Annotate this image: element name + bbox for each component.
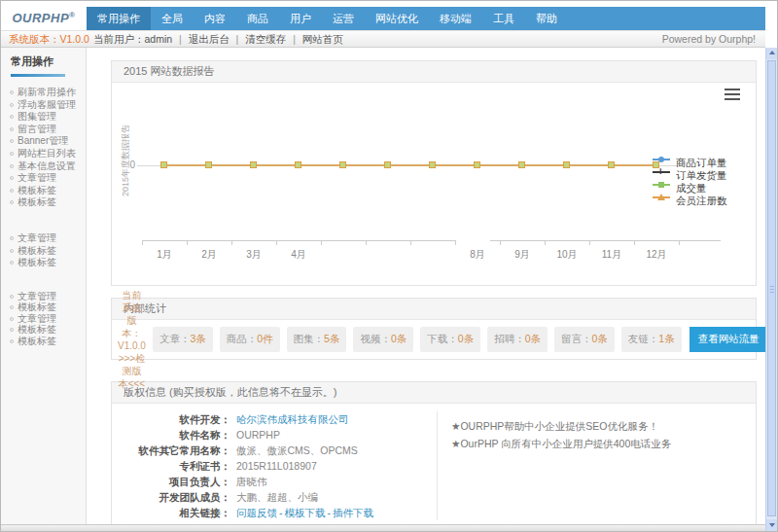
sidebar-link[interactable]: 留言管理 bbox=[18, 124, 56, 134]
sidebar-link[interactable]: 基本信息设置 bbox=[18, 160, 76, 171]
nav-item-seo[interactable]: 网站优化 bbox=[365, 7, 429, 30]
sidebar-item[interactable]: Banner管理 bbox=[10, 135, 86, 148]
legend-square-icon bbox=[658, 182, 664, 188]
plugin-download-link[interactable]: 插件下载 bbox=[333, 507, 373, 518]
sidebar-item[interactable]: 图集管理 bbox=[10, 111, 86, 124]
scroll-down-arrow-icon[interactable] bbox=[766, 519, 777, 531]
x-axis-tick bbox=[276, 240, 277, 245]
sidebar-item[interactable]: 模板标签 bbox=[10, 336, 86, 347]
logo-registered-mark: ® bbox=[69, 11, 75, 19]
nav-item-help[interactable]: 帮助 bbox=[525, 7, 568, 30]
stat-videos: 视频：0条 bbox=[353, 327, 413, 352]
sidebar-item[interactable]: 网站栏目列表 bbox=[10, 148, 86, 160]
site-home-link[interactable]: 网站首页 bbox=[302, 33, 343, 45]
x-axis-tick bbox=[321, 240, 322, 245]
sidebar-item[interactable]: 留言管理 bbox=[10, 124, 86, 136]
sidebar-link[interactable]: 模板标签 bbox=[18, 336, 56, 346]
vertical-scrollbar[interactable] bbox=[765, 48, 777, 531]
nav-item-global[interactable]: 全局 bbox=[151, 7, 194, 30]
sidebar-link[interactable]: 模板标签 bbox=[18, 185, 56, 195]
chart-data-point bbox=[250, 161, 257, 168]
legend-item-order-shipments[interactable]: +订单发货量 bbox=[653, 165, 727, 178]
scroll-up-arrow-icon[interactable] bbox=[766, 48, 777, 59]
sidebar-link[interactable]: 文章管理 bbox=[18, 172, 56, 183]
sidebar-link[interactable]: 模板标签 bbox=[18, 324, 56, 335]
row-dev-team: 开发团队成员：大鹏、超超、小编 bbox=[112, 489, 437, 505]
sidebar-item[interactable]: 模板标签 bbox=[10, 196, 86, 209]
sidebar-item[interactable]: 模板标签 bbox=[10, 245, 86, 258]
sidebar-link[interactable]: 文章管理 bbox=[18, 313, 56, 324]
sidebar-link[interactable]: 网站栏目列表 bbox=[18, 148, 76, 159]
bullet-icon bbox=[10, 139, 14, 143]
template-download-link[interactable]: 模板下载 bbox=[285, 507, 326, 518]
sidebar-item[interactable]: 模板标签 bbox=[10, 257, 86, 269]
app-logo: OURPHP® bbox=[1, 1, 87, 30]
x-axis-tick-label: 11月 bbox=[598, 248, 625, 262]
sidebar-title: 常用操作 bbox=[11, 54, 86, 69]
x-axis-tick-label: 4月 bbox=[285, 248, 312, 262]
chart-data-point bbox=[429, 161, 436, 168]
bullet-icon bbox=[10, 249, 14, 253]
bullet-icon bbox=[10, 103, 14, 107]
view-site-traffic-button[interactable]: 查看网站流量 bbox=[690, 327, 768, 352]
logout-link[interactable]: 退出后台 bbox=[189, 33, 230, 45]
sidebar-item[interactable]: 文章管理 bbox=[10, 232, 86, 245]
nav-item-mobile[interactable]: 移动端 bbox=[429, 7, 482, 30]
sidebar-link[interactable]: 刷新常用操作 bbox=[18, 87, 76, 97]
sidebar-link[interactable]: 模板标签 bbox=[18, 301, 56, 312]
sidebar-item[interactable]: 文章管理 bbox=[10, 313, 86, 325]
legend-item-transactions[interactable]: 成交量 bbox=[653, 178, 727, 191]
sidebar-link[interactable]: 模板标签 bbox=[18, 196, 56, 207]
nav-item-content[interactable]: 内容 bbox=[194, 7, 236, 30]
sidebar-item[interactable]: 基本信息设置 bbox=[10, 160, 86, 173]
chart-data-point bbox=[295, 161, 301, 168]
system-version-label: 系统版本：V1.0.0 bbox=[9, 31, 89, 47]
sidebar-item[interactable]: 模板标签 bbox=[10, 324, 86, 336]
copyright-panel-title: 版权信息 (购买授权版，此信息将不在显示。) bbox=[112, 382, 756, 404]
bullet-icon bbox=[10, 189, 14, 193]
row-software-name: 软件名称：OURPHP bbox=[112, 427, 437, 443]
chart-data-point bbox=[563, 161, 570, 168]
nav-item-users[interactable]: 用户 bbox=[279, 7, 322, 30]
x-axis-tick-label: 12月 bbox=[643, 248, 670, 262]
sidebar-link[interactable]: 浮动客服管理 bbox=[18, 99, 76, 110]
sidebar-item[interactable]: 浮动客服管理 bbox=[10, 99, 86, 112]
sidebar-link[interactable]: 文章管理 bbox=[18, 291, 56, 301]
sidebar-item[interactable]: 模板标签 bbox=[10, 301, 86, 313]
sidebar-item[interactable]: 文章管理 bbox=[10, 291, 86, 302]
legend-item-product-orders[interactable]: 商品订单量 bbox=[653, 153, 727, 165]
copyright-details: 软件开发：哈尔滨伟成科技有限公司 软件名称：OURPHP 软件其它常用名称：傲派… bbox=[112, 411, 437, 520]
sidebar-link[interactable]: 文章管理 bbox=[18, 232, 56, 243]
sidebar-link[interactable]: Banner管理 bbox=[18, 135, 68, 146]
sidebar: 常用操作 刷新常用操作 浮动客服管理 图集管理 留言管理 Banner管理 网站… bbox=[1, 48, 87, 524]
sidebar-item[interactable]: 模板标签 bbox=[10, 185, 86, 197]
admin-dashboard: OURPHP® 常用操作 全局 内容 商品 用户 运营 网站优化 移动端 工具 … bbox=[0, 0, 778, 532]
sidebar-link[interactable]: 图集管理 bbox=[18, 111, 56, 122]
bullet-icon bbox=[10, 295, 14, 299]
nav-item-products[interactable]: 商品 bbox=[236, 7, 279, 30]
nav-item-operations[interactable]: 运营 bbox=[322, 7, 365, 30]
separator: | bbox=[179, 33, 182, 45]
scrollbar-thumb[interactable] bbox=[767, 60, 776, 516]
nav-item-common-ops[interactable]: 常用操作 bbox=[87, 7, 151, 30]
sidebar-item[interactable]: 刷新常用操作 bbox=[10, 87, 86, 99]
legend-item-member-registrations[interactable]: 会员注册数 bbox=[653, 191, 727, 203]
sidebar-item[interactable]: 文章管理 bbox=[10, 172, 86, 185]
separator: - bbox=[279, 507, 283, 518]
nav-item-tools[interactable]: 工具 bbox=[482, 7, 525, 30]
legend-label: 会员注册数 bbox=[676, 195, 727, 207]
user-info: 当前用户：admin | 退出后台 | 清空缓存 | 网站首页 bbox=[93, 31, 343, 47]
developer-company-link[interactable]: 哈尔滨伟成科技有限公司 bbox=[236, 413, 349, 425]
legend-plus-icon: + bbox=[657, 168, 663, 174]
feedback-link[interactable]: 问题反馈 bbox=[236, 507, 277, 518]
chart-data-point bbox=[518, 161, 525, 168]
stats-panel-title: 内部统计 bbox=[112, 299, 756, 320]
row-patent-certificate: 专利证书：2015R11L018907 bbox=[112, 458, 437, 474]
separator: - bbox=[328, 507, 332, 518]
sidebar-link[interactable]: 模板标签 bbox=[18, 257, 56, 267]
sidebar-link[interactable]: 模板标签 bbox=[18, 245, 56, 256]
bullet-icon bbox=[10, 90, 14, 94]
chart-data-line bbox=[164, 164, 657, 166]
clear-cache-link[interactable]: 清空缓存 bbox=[245, 33, 286, 45]
chart-menu-icon[interactable] bbox=[725, 89, 740, 103]
